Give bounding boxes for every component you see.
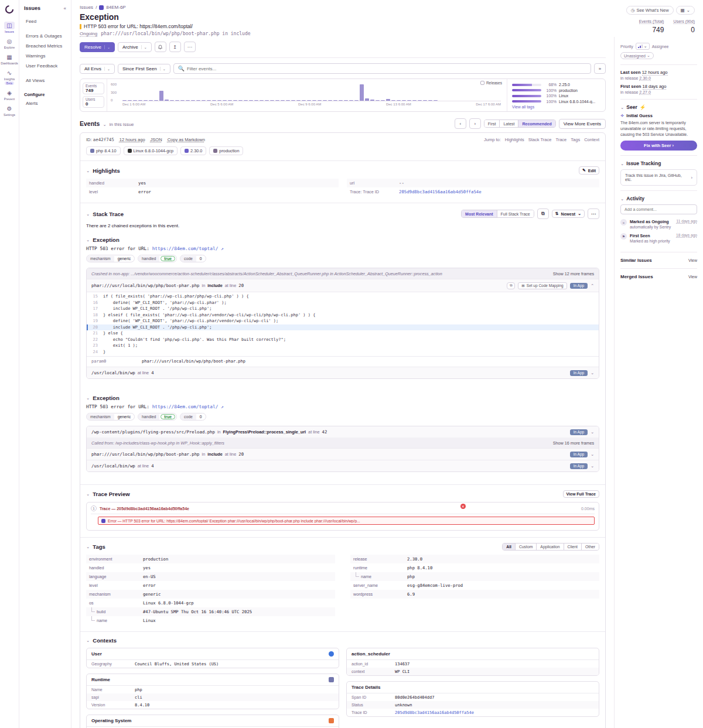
chart-bar[interactable] <box>386 99 390 101</box>
last-seen-value[interactable]: 12 hours ago <box>642 70 668 76</box>
copy-markdown-link[interactable]: Copy as Markdown <box>168 137 205 142</box>
chart-bar[interactable] <box>254 100 258 101</box>
tag-row[interactable]: mechanismgeneric <box>86 590 335 599</box>
chart-bar[interactable] <box>397 100 401 101</box>
crashed-nonapp-row[interactable]: Crashed in non-app: .../vendor/woocommer… <box>87 268 599 279</box>
raw-stack-button[interactable]: ⧉ <box>537 209 549 219</box>
most-relevant-tab[interactable]: Most Relevant <box>462 210 496 217</box>
fix-with-seer-button[interactable]: Fix with Seer › <box>620 141 697 151</box>
rail-item-explore[interactable]: ◎ Explore <box>1 36 19 50</box>
chart-bar[interactable] <box>323 100 327 101</box>
chart-bar[interactable] <box>270 100 274 101</box>
chart-bar[interactable] <box>328 100 332 101</box>
sidebar-item-warnings[interactable]: Warnings <box>24 52 66 60</box>
exception-url-link[interactable]: https://84em.com/toptal/ <box>152 404 219 409</box>
sidebar-item-all-views[interactable]: All Views <box>24 76 66 85</box>
chart-bar[interactable] <box>170 100 174 101</box>
chart-bar[interactable] <box>291 100 295 101</box>
issue-status[interactable]: Ongoing <box>80 31 97 37</box>
called-from-row[interactable]: Called from: /wp-includes/class-wp-hook.… <box>87 438 599 448</box>
next-event-button[interactable]: › <box>469 118 481 129</box>
stack-options-button[interactable]: ⋯ <box>588 209 599 219</box>
chart-bar[interactable] <box>217 100 221 101</box>
jump-highlights-link[interactable]: Highlights <box>505 137 524 142</box>
os-chip[interactable]: Linux 6.8.0-1044-gcp <box>124 146 178 155</box>
first-seen-value[interactable]: 18 days ago <box>643 84 667 90</box>
similar-issues-view-button[interactable]: View <box>688 258 697 262</box>
prev-event-button[interactable]: ‹ <box>455 118 466 129</box>
view-more-events-button[interactable]: View More Events <box>559 119 606 129</box>
show-more-frames-link[interactable]: Show 16 more frames <box>553 440 594 446</box>
jump-context-link[interactable]: Context <box>584 137 599 142</box>
tag-row[interactable]: wordpress6.9 <box>350 590 599 599</box>
chart-bar[interactable] <box>149 100 153 101</box>
show-more-frames-link[interactable]: Show 12 more frames <box>553 271 594 276</box>
subscribe-bell-button[interactable] <box>155 42 166 52</box>
rail-item-issues[interactable]: ◫ Issues <box>1 20 19 35</box>
chart-bar[interactable] <box>418 100 422 101</box>
tag-filter-client[interactable]: Client <box>564 544 581 550</box>
exception-2-header[interactable]: ⌄ Exception <box>86 395 599 401</box>
releases-checkbox[interactable] <box>480 81 484 85</box>
expand-filter-button[interactable]: » <box>594 63 606 74</box>
chart-bar[interactable] <box>228 100 232 101</box>
search-input[interactable] <box>187 66 586 71</box>
full-stack-trace-tab[interactable]: Full Stack Trace <box>497 210 534 217</box>
tag-row[interactable]: runtimephp 8.4.10 <box>350 563 599 572</box>
external-link-icon[interactable]: ↗ <box>221 246 224 251</box>
tag-row[interactable]: handledyes <box>86 563 335 572</box>
chart-bar[interactable] <box>344 100 348 101</box>
expand-frame-icon[interactable]: ⌄ <box>591 452 594 457</box>
chart-bar[interactable] <box>191 100 195 101</box>
jump-trace-link[interactable]: Trace <box>555 137 567 142</box>
rail-item-dashboards[interactable]: ▦ Dashboards <box>1 52 19 66</box>
sidebar-item-errors-outages[interactable]: Errors & Outages <box>24 32 66 40</box>
copy-icon[interactable]: ⧉ <box>507 282 515 289</box>
assignee-dropdown[interactable]: Unassigned ⌄ <box>620 52 654 59</box>
sidebar-item-breached-metrics[interactable]: Breached Metrics <box>24 42 66 50</box>
code-mapping-button[interactable]: ⊞ Set up Code Mapping <box>518 282 567 289</box>
breadcrumb-issue-id[interactable]: 84EM-6P <box>106 5 125 10</box>
frame-row-wp-binary[interactable]: /usr/local/bin/wp at line 4 In App ⌄ <box>87 460 599 471</box>
chart-bar[interactable] <box>391 100 395 101</box>
chart-bar[interactable] <box>175 100 179 101</box>
chart-bar[interactable] <box>260 100 264 101</box>
recommended-event-tab[interactable]: Recommended <box>518 120 555 127</box>
chart-bar[interactable] <box>154 100 158 101</box>
event-age[interactable]: 12 hours ago <box>120 137 145 142</box>
last-release-link[interactable]: 2.30.0 <box>639 76 650 81</box>
trace-error-row[interactable]: Error — HTTP 503 error for URL: https://… <box>98 517 595 525</box>
tag-row[interactable]: build#47-Ubuntu SMP Thu Oct 16 16:40:46 … <box>86 607 335 616</box>
chart-bar[interactable] <box>423 100 427 101</box>
chart-bar[interactable] <box>360 84 364 101</box>
trace-label[interactable]: Trace — 205d9d8bc3ad4156aa16ab4d50ffa54e <box>100 507 189 511</box>
tag-row[interactable]: nameLinux <box>86 616 335 625</box>
view-all-tags-link[interactable]: View all tags <box>512 105 600 109</box>
rail-item-prevent[interactable]: ◈ Prevent <box>1 88 19 102</box>
chart-bar[interactable] <box>286 100 290 101</box>
environment-filter[interactable]: All Envs ⌄ <box>80 64 115 74</box>
whats-new-button[interactable]: ◷ See What's New <box>626 6 674 15</box>
in-app-badge[interactable]: In App <box>570 452 588 457</box>
chart-bar[interactable] <box>402 100 406 101</box>
expand-frame-icon[interactable]: ⌄ <box>591 430 594 435</box>
merged-issues-view-button[interactable]: View <box>688 275 697 279</box>
chart-bar[interactable] <box>412 100 417 101</box>
priority-dropdown[interactable]: ⌄ <box>636 43 650 50</box>
chart-bar[interactable] <box>265 100 269 101</box>
chart-bar[interactable] <box>370 100 374 101</box>
collapse-frame-icon[interactable]: ⌃ <box>591 283 594 288</box>
issue-tracking-card[interactable]: Track this issue in Jira, GitHub, etc. › <box>620 169 697 186</box>
sidebar-item-alerts[interactable]: Alerts <box>24 99 66 108</box>
chart-events-stat[interactable]: Events 749 <box>83 83 104 94</box>
resolve-button[interactable]: Resolve ⌄ <box>80 42 115 52</box>
event-bar-chart[interactable]: Releases 600 300 0 Dec 1 6:00 AM Dec 5 6… <box>107 79 507 111</box>
trace-root-row[interactable]: 1 Trace — 205d9d8bc3ad4156aa16ab4d50ffa5… <box>91 505 595 514</box>
more-actions-button[interactable]: ⋯ <box>184 42 196 52</box>
frame-row-boot-phar[interactable]: phar:///usr/local/bin/wp/php/boot-phar.p… <box>87 279 599 292</box>
sidebar-item-feed[interactable]: Feed <box>24 17 66 26</box>
chart-bar[interactable] <box>302 100 306 101</box>
chart-bar[interactable] <box>133 100 137 101</box>
chart-bar[interactable] <box>349 100 353 101</box>
in-app-badge[interactable]: In App <box>570 463 588 469</box>
